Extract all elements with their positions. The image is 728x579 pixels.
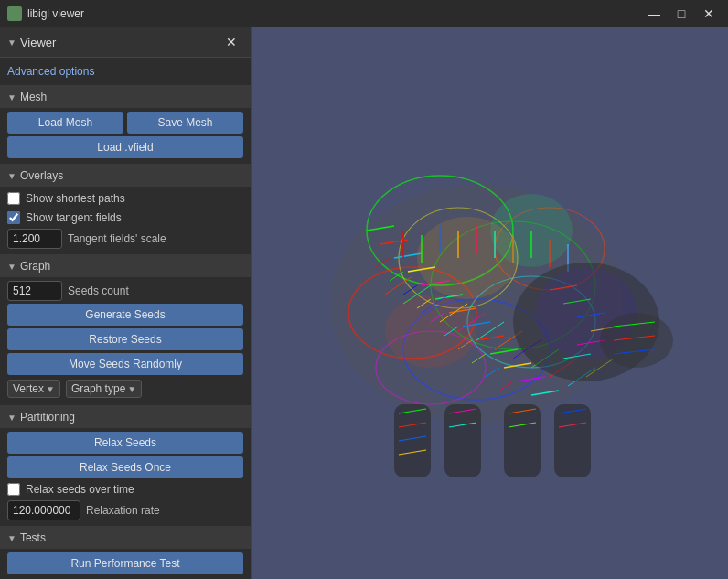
partitioning-triangle-icon: ▼ (7, 413, 16, 423)
svg-rect-46 (504, 404, 541, 477)
relaxation-rate-label: Relaxation rate (86, 504, 160, 517)
seeds-count-label: Seeds count (68, 284, 129, 297)
maximize-button[interactable]: □ (669, 5, 693, 23)
tangent-fields-row: Show tangent fields (7, 209, 243, 226)
tests-section: ▼ Tests Run Performance Test Ground trut… (0, 527, 251, 579)
mesh-section-header[interactable]: ▼ Mesh (0, 86, 251, 108)
viewer-header: ▼ Viewer ✕ (0, 27, 251, 58)
graph-type-select-label: Graph type (71, 382, 125, 395)
partitioning-section-content: Relax Seeds Relax Seeds Once Relax seeds… (0, 428, 251, 526)
vertex-select-label: Vertex (13, 382, 44, 395)
relax-over-time-label: Relax seeds over time (26, 483, 134, 496)
mesh-section: ▼ Mesh Load Mesh Save Mesh Load .vfield (0, 86, 251, 165)
generate-seeds-button[interactable]: Generate Seeds (7, 304, 243, 326)
tests-triangle-icon: ▼ (7, 533, 16, 543)
sidebar-panel: ▼ Viewer ✕ Advanced options ▼ Mesh Load … (0, 27, 252, 579)
overlays-section-content: Show shortest paths Show tangent fields … (0, 187, 251, 254)
window-title: libigl viewer (27, 7, 642, 20)
viewer-title-row: ▼ Viewer (7, 36, 56, 49)
viewer-triangle-icon: ▼ (7, 38, 16, 48)
show-tangent-fields-label: Show tangent fields (26, 211, 122, 224)
title-bar: libigl viewer — □ ✕ (0, 0, 728, 27)
restore-seeds-button[interactable]: Restore Seeds (7, 328, 243, 350)
hippo-svg (275, 48, 705, 560)
run-performance-test-button[interactable]: Run Performance Test (7, 552, 243, 574)
tangent-scale-label: Tangent fields' scale (68, 232, 166, 245)
show-tangent-fields-checkbox[interactable] (7, 211, 20, 224)
relax-over-time-row: Relax seeds over time (7, 481, 243, 498)
svg-point-79 (600, 313, 673, 368)
partitioning-section-header[interactable]: ▼ Partitioning (0, 406, 251, 428)
shortest-paths-row: Show shortest paths (7, 190, 243, 207)
app-icon (7, 6, 22, 21)
save-mesh-button[interactable]: Save Mesh (127, 112, 243, 134)
relax-seeds-button[interactable]: Relax Seeds (7, 432, 243, 454)
relaxation-rate-row: 120.000000 Relaxation rate (7, 500, 243, 520)
tests-section-title: Tests (20, 531, 46, 544)
overlays-section-header[interactable]: ▼ Overlays (0, 165, 251, 187)
mesh-section-title: Mesh (20, 91, 47, 103)
3d-viewport[interactable] (252, 27, 728, 579)
graph-section-title: Graph (20, 260, 50, 273)
graph-type-row: Vertex ▼ Graph type ▼ (7, 378, 243, 400)
vertex-select-arrow-icon: ▼ (46, 384, 55, 394)
graph-triangle-icon: ▼ (7, 262, 16, 272)
relax-over-time-checkbox[interactable] (7, 483, 20, 496)
close-window-button[interactable]: ✕ (697, 5, 721, 23)
svg-point-66 (490, 194, 573, 267)
load-vfield-button[interactable]: Load .vfield (7, 136, 243, 158)
show-shortest-paths-checkbox[interactable] (7, 192, 20, 205)
hippo-render (252, 27, 728, 579)
minimize-button[interactable]: — (642, 5, 666, 23)
tests-section-content: Run Performance Test Ground truth 0.000 … (0, 549, 251, 579)
overlays-section: ▼ Overlays Show shortest paths Show tang… (0, 165, 251, 255)
window-controls: — □ ✕ (642, 5, 721, 23)
main-layout: ▼ Viewer ✕ Advanced options ▼ Mesh Load … (0, 27, 728, 579)
mesh-triangle-icon: ▼ (7, 92, 16, 102)
advanced-options-link[interactable]: Advanced options (0, 58, 251, 85)
partitioning-section-title: Partitioning (20, 411, 75, 424)
tangent-scale-input[interactable]: 1.200 (7, 229, 62, 249)
mesh-section-content: Load Mesh Save Mesh Load .vfield (0, 108, 251, 164)
mesh-btn-row: Load Mesh Save Mesh (7, 112, 243, 134)
vertex-select[interactable]: Vertex ▼ (7, 380, 60, 398)
graph-section: ▼ Graph 512 Seeds count Generate Seeds R… (0, 255, 251, 406)
graph-type-select-arrow-icon: ▼ (127, 384, 136, 394)
graph-section-content: 512 Seeds count Generate Seeds Restore S… (0, 277, 251, 405)
partitioning-section: ▼ Partitioning Relax Seeds Relax Seeds O… (0, 406, 251, 527)
tangent-scale-row: 1.200 Tangent fields' scale (7, 229, 243, 249)
show-shortest-paths-label: Show shortest paths (26, 192, 125, 205)
seeds-count-input[interactable]: 512 (7, 281, 62, 301)
load-mesh-button[interactable]: Load Mesh (7, 112, 123, 134)
graph-type-select[interactable]: Graph type ▼ (66, 380, 142, 398)
move-seeds-randomly-button[interactable]: Move Seeds Randomly (7, 353, 243, 375)
viewer-title-label: Viewer (20, 36, 57, 49)
overlays-section-title: Overlays (20, 169, 63, 182)
panel-close-button[interactable]: ✕ (219, 33, 243, 51)
relaxation-rate-input[interactable]: 120.000000 (7, 500, 80, 520)
overlays-triangle-icon: ▼ (7, 171, 16, 181)
svg-point-67 (385, 295, 476, 368)
advanced-options-section: Advanced options (0, 58, 251, 86)
seeds-count-row: 512 Seeds count (7, 281, 243, 301)
relax-seeds-once-button[interactable]: Relax Seeds Once (7, 456, 243, 478)
svg-rect-47 (554, 404, 591, 477)
graph-section-header[interactable]: ▼ Graph (0, 255, 251, 277)
tests-section-header[interactable]: ▼ Tests (0, 527, 251, 549)
svg-rect-45 (444, 404, 481, 477)
